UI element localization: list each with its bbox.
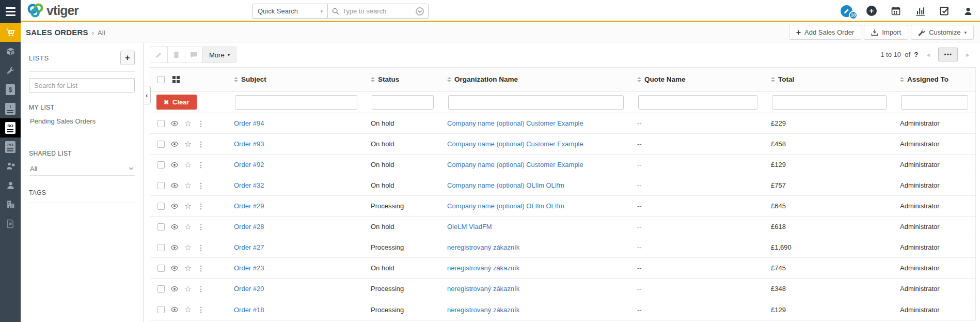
row-actions-icon[interactable]: ⋮ [197,305,204,314]
search-scope-select[interactable]: Quick Search ▾ [252,4,327,19]
row-checkbox[interactable] [157,223,165,231]
add-icon[interactable]: + [866,6,877,16]
filter-input-subject[interactable] [235,95,357,110]
follow-star-icon[interactable]: ☆ [184,140,192,148]
sidebar-item-contacts[interactable] [0,176,21,195]
row-actions-icon[interactable]: ⋮ [197,161,204,169]
sidebar-item-products[interactable] [0,42,21,61]
shared-list-select[interactable]: All [29,162,135,176]
column-header-organization[interactable]: Organization Name [441,75,631,83]
filter-input-total[interactable] [772,95,887,110]
subject-link[interactable]: Order #32 [234,181,264,189]
edit-button[interactable] [150,47,168,63]
sidebar-item-services[interactable] [0,61,21,80]
follow-star-icon[interactable]: ☆ [184,119,192,128]
preview-eye-icon[interactable] [170,141,179,147]
organization-link[interactable]: neregistrovaný zákazník [447,243,519,251]
row-actions-icon[interactable]: ⋮ [197,119,204,128]
breadcrumb-module[interactable]: SALES ORDERS [26,28,88,37]
sidebar-item-sales-app[interactable] [0,23,21,42]
grid-view-icon[interactable] [172,76,180,83]
subject-link[interactable]: Order #27 [234,243,264,251]
row-actions-icon[interactable]: ⋮ [197,202,204,210]
sidebar-item-vendors[interactable] [0,157,21,176]
organization-link[interactable]: Company name (optional) Customer Example [447,119,583,127]
follow-star-icon[interactable]: ☆ [184,264,192,272]
subject-link[interactable]: Order #18 [234,306,264,314]
filter-input-status[interactable] [372,95,434,110]
column-header-status[interactable]: Status [365,75,441,83]
next-page-icon[interactable]: ► [963,52,973,58]
row-checkbox[interactable] [157,203,165,210]
subject-link[interactable]: Order #93 [234,140,264,148]
vtiger-logo[interactable]: vtiger [27,3,78,18]
preview-eye-icon[interactable] [170,120,179,127]
sidebar-item-assets[interactable] [0,214,21,233]
organization-link[interactable]: neregistrovaný zákazník [447,264,519,272]
follow-star-icon[interactable]: ☆ [184,305,192,314]
follow-star-icon[interactable]: ☆ [184,161,192,169]
preview-eye-icon[interactable] [170,182,179,189]
row-checkbox[interactable] [157,182,165,189]
list-item-pending-sales-orders[interactable]: Pending Sales Orders [29,117,135,125]
breadcrumb-view[interactable]: All [98,29,105,37]
sidebar-item-invoices[interactable]: I [0,99,21,118]
filter-input-organization[interactable] [448,95,624,110]
subject-link[interactable]: Order #92 [234,161,264,168]
organization-link[interactable]: Company name (optional) OLIlm OLIfm [447,202,564,210]
preview-eye-icon[interactable] [170,286,179,292]
column-header-quote[interactable]: Quote Name [631,75,765,83]
organization-link[interactable]: neregistrovaný zákazník [447,306,519,314]
preview-eye-icon[interactable] [170,244,179,251]
filter-input-quote[interactable] [638,95,757,110]
import-button[interactable]: Import [864,25,908,40]
tasks-icon[interactable] [939,6,950,16]
sidebar-item-organizations[interactable] [0,195,21,214]
add-list-button[interactable]: + [120,51,135,65]
advanced-search-icon[interactable] [416,7,424,16]
profile-icon[interactable] [963,6,973,16]
filter-input-assigned[interactable] [901,95,968,110]
more-button[interactable]: More ▾ [203,47,236,63]
row-checkbox[interactable] [157,161,165,168]
follow-star-icon[interactable]: ☆ [184,285,192,293]
subject-link[interactable]: Order #94 [234,119,264,127]
preview-eye-icon[interactable] [170,265,179,271]
row-actions-icon[interactable]: ⋮ [197,181,204,190]
column-header-total[interactable]: Total [765,75,894,83]
subject-link[interactable]: Order #20 [234,285,264,293]
row-checkbox[interactable] [157,120,165,127]
column-header-assigned[interactable]: Assigned To [894,75,975,83]
row-checkbox[interactable] [157,244,165,251]
organization-link[interactable]: Company name (optional) OLIlm OLIfm [447,181,564,189]
sidebar-item-sales-orders[interactable]: SO [0,118,21,137]
organization-link[interactable]: Company name (optional) Customer Example [447,161,583,168]
compose-icon[interactable]: 10 [841,5,852,17]
row-checkbox[interactable] [157,306,165,313]
row-actions-icon[interactable]: ⋮ [197,223,204,231]
previous-page-icon[interactable]: ◄ [923,52,933,58]
preview-eye-icon[interactable] [170,203,179,209]
select-all-checkbox[interactable] [157,76,165,83]
menu-hamburger-icon[interactable] [0,0,21,23]
row-actions-icon[interactable]: ⋮ [197,243,204,252]
collapse-panel-button[interactable]: ‹ [144,86,151,104]
preview-eye-icon[interactable] [170,306,179,313]
page-jump-button[interactable]: ••• [938,48,958,62]
subject-link[interactable]: Order #29 [234,202,264,210]
row-actions-icon[interactable]: ⋮ [197,264,204,272]
comment-button[interactable] [185,47,203,63]
preview-eye-icon[interactable] [170,224,179,230]
clear-filters-button[interactable]: ✖ Clear [156,95,197,110]
subject-link[interactable]: Order #23 [234,264,264,272]
follow-star-icon[interactable]: ☆ [184,243,192,252]
row-checkbox[interactable] [157,285,165,293]
organization-link[interactable]: neregistrovaný zákazník [447,285,519,293]
subject-link[interactable]: Order #28 [234,223,264,231]
add-sales-order-button[interactable]: + Add Sales Order [789,25,861,40]
sidebar-item-purchase-orders[interactable]: PO [0,137,21,157]
organization-link[interactable]: OleLM VladFM [447,223,492,231]
customize-button[interactable]: Customize ▾ [911,25,974,40]
row-checkbox[interactable] [157,265,165,272]
preview-eye-icon[interactable] [170,162,179,168]
